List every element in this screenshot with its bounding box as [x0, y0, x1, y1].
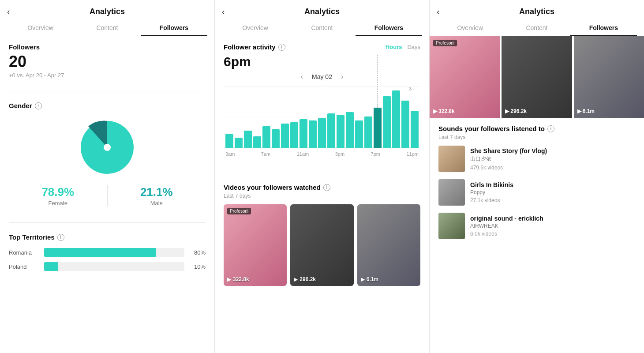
bar-1 — [235, 138, 243, 148]
current-hour: 6pm — [224, 54, 420, 69]
videos-info-icon[interactable]: i — [323, 184, 330, 191]
video-thumb-2[interactable]: ▶ 296.2k — [290, 204, 353, 286]
followers-change: +0 vs. Apr 20 - Apr 27 — [9, 72, 206, 79]
date-prev-arrow[interactable]: ‹ — [301, 73, 303, 81]
tab-followers-1[interactable]: Followers — [141, 20, 207, 36]
activity-info-icon[interactable]: i — [278, 44, 285, 51]
gender-section: Gender i 78.9% Female 21.1% Male — [0, 97, 214, 217]
tab-overview-3[interactable]: Overview — [437, 20, 503, 36]
toggle-days[interactable]: Days — [407, 44, 420, 50]
video-views-1: 322.8k — [233, 276, 249, 282]
territory-bar-container-poland — [44, 262, 184, 271]
activity-title: Follower activity i — [224, 43, 285, 51]
videos-title-2: Videos your followers watched i — [224, 184, 420, 191]
video-views-3: 6.1m — [367, 276, 378, 282]
bar-3 — [253, 136, 261, 148]
male-label: Male — [112, 200, 202, 207]
video-overlay-1: ▶ 322.8k — [227, 276, 249, 282]
date-nav: ‹ May 02 › — [224, 73, 420, 81]
panel3-top-thumbs: Profesorii ▶ 322.8k ▶ 296.2k ▶ 6.1m — [430, 36, 644, 118]
date-label: May 02 — [312, 73, 332, 80]
p3-play-3: ▶ — [577, 108, 581, 114]
bar-15 — [364, 116, 372, 148]
p3-play-1: ▶ — [433, 108, 437, 114]
divider-2 — [9, 222, 206, 223]
female-label: Female — [13, 200, 103, 207]
bar-2 — [244, 131, 252, 148]
bar-14 — [355, 120, 363, 148]
followers-label: Followers — [9, 43, 206, 51]
videos-sub-2: Last 7 days — [224, 193, 420, 199]
sound-name-1: She Share Story (for Vlog) — [470, 147, 635, 154]
activity-header: Follower activity i Hours Days — [224, 43, 420, 51]
territories-info-icon[interactable]: i — [57, 234, 64, 241]
sound-row-1: She Share Story (for Vlog) 山口夕依 479.6k v… — [438, 146, 635, 172]
territory-pct-poland: 10% — [189, 263, 206, 270]
bar-19 — [401, 101, 409, 148]
sound-info-1: She Share Story (for Vlog) 山口夕依 479.6k v… — [470, 147, 635, 171]
video-thumb-3[interactable]: ▶ 6.1m — [357, 204, 420, 286]
bar-9 — [309, 120, 317, 148]
p3-views-3: ▶ 6.1m — [577, 108, 595, 114]
tab-followers-3[interactable]: Followers — [570, 20, 637, 36]
sound-artist-1: 山口夕依 — [470, 155, 635, 163]
play-icon-3: ▶ — [361, 276, 365, 282]
video-overlay-3: ▶ 6.1m — [361, 276, 378, 282]
header-3: ‹ Analytics — [430, 0, 644, 20]
bar-20 — [411, 111, 419, 148]
p3-thumb-2[interactable]: ▶ 296.2k — [502, 36, 572, 118]
sound-row-2: Girls In Bikinis Poppy 27.1k videos — [438, 179, 635, 206]
sound-count-1: 479.6k videos — [470, 165, 635, 171]
followers-count: 20 — [9, 53, 206, 71]
x-label-11pm: 11pm — [406, 151, 419, 157]
sound-info-3: original sound - ericklich AIRWREAK 6.0k… — [470, 215, 635, 237]
sound-thumb-2 — [438, 179, 465, 206]
bar-13 — [346, 112, 354, 148]
header-1: ‹ Analytics — [0, 0, 214, 20]
tab-content-3[interactable]: Content — [503, 20, 570, 36]
tab-content-2[interactable]: Content — [288, 20, 355, 36]
x-label-7am: 7am — [261, 151, 270, 157]
tab-content-1[interactable]: Content — [74, 20, 140, 36]
back-button-2[interactable]: ‹ — [222, 7, 225, 17]
sound-count-3: 6.0k videos — [470, 231, 635, 237]
sound-thumb-3 — [438, 213, 465, 239]
p3-thumb-3[interactable]: ▶ 6.1m — [574, 36, 644, 118]
video-tag-1: Profesorii — [227, 208, 251, 214]
x-label-3pm: 3pm — [335, 151, 344, 157]
tab-overview-2[interactable]: Overview — [222, 20, 288, 36]
videos-section-2: Videos your followers watched i Last 7 d… — [215, 176, 429, 293]
date-next-arrow[interactable]: › — [341, 73, 343, 81]
territory-name-romania: Romania — [9, 249, 40, 256]
panel-1: ‹ Analytics Overview Content Followers F… — [0, 0, 215, 353]
bar-12 — [337, 115, 344, 148]
sound-artist-3: AIRWREAK — [470, 223, 635, 229]
back-button-3[interactable]: ‹ — [437, 7, 440, 17]
toggle-hours[interactable]: Hours — [386, 44, 402, 50]
p3-tag-1: Profesorii — [433, 40, 457, 46]
territory-bar-container-romania — [44, 248, 184, 257]
page-title-3: Analytics — [519, 7, 554, 16]
territory-row-poland: Poland 10% — [9, 262, 206, 271]
female-stat: 78.9% Female — [9, 185, 108, 207]
gender-pie-chart — [76, 116, 138, 178]
tab-overview-1[interactable]: Overview — [7, 20, 74, 36]
gender-info-icon[interactable]: i — [35, 102, 42, 109]
video-views-2: 296.2k — [300, 276, 316, 282]
play-icon-2: ▶ — [294, 276, 298, 282]
header-2: ‹ Analytics — [215, 0, 429, 20]
p3-thumb-1[interactable]: Profesorii ▶ 322.8k — [430, 36, 500, 118]
video-thumbs-2: Profesorii ▶ 322.8k ▶ 296.2k ▶ 6.1m — [224, 204, 420, 286]
tab-followers-2[interactable]: Followers — [356, 20, 422, 36]
divider-p2 — [224, 171, 420, 171]
svg-point-1 — [104, 144, 111, 151]
divider-1 — [9, 91, 206, 91]
sounds-info-icon[interactable]: i — [547, 125, 554, 132]
bar-4 — [262, 126, 270, 148]
panel-2: ‹ Analytics Overview Content Followers F… — [215, 0, 430, 353]
territory-row-romania: Romania 80% — [9, 248, 206, 257]
bar-11 — [327, 113, 335, 148]
back-button-1[interactable]: ‹ — [7, 7, 10, 17]
video-thumb-1[interactable]: Profesorii ▶ 322.8k — [224, 204, 287, 286]
page-title-1: Analytics — [90, 7, 125, 16]
